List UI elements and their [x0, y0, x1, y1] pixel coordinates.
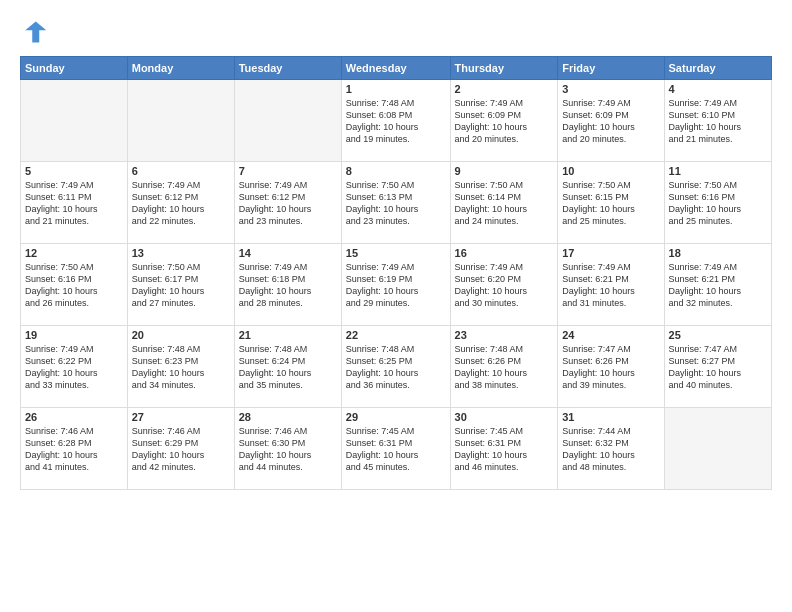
day-cell: 14Sunrise: 7:49 AMSunset: 6:18 PMDayligh… — [234, 244, 341, 326]
day-cell: 16Sunrise: 7:49 AMSunset: 6:20 PMDayligh… — [450, 244, 558, 326]
col-header-saturday: Saturday — [664, 57, 771, 80]
day-info: Sunrise: 7:48 AMSunset: 6:24 PMDaylight:… — [239, 343, 337, 392]
day-info: Sunrise: 7:49 AMSunset: 6:19 PMDaylight:… — [346, 261, 446, 310]
day-info: Sunrise: 7:46 AMSunset: 6:28 PMDaylight:… — [25, 425, 123, 474]
day-cell: 22Sunrise: 7:48 AMSunset: 6:25 PMDayligh… — [341, 326, 450, 408]
week-row-2: 12Sunrise: 7:50 AMSunset: 6:16 PMDayligh… — [21, 244, 772, 326]
day-info: Sunrise: 7:48 AMSunset: 6:08 PMDaylight:… — [346, 97, 446, 146]
day-number: 27 — [132, 411, 230, 423]
svg-marker-0 — [25, 22, 46, 43]
col-header-sunday: Sunday — [21, 57, 128, 80]
day-info: Sunrise: 7:48 AMSunset: 6:23 PMDaylight:… — [132, 343, 230, 392]
day-number: 6 — [132, 165, 230, 177]
calendar-table: SundayMondayTuesdayWednesdayThursdayFrid… — [20, 56, 772, 490]
day-cell: 18Sunrise: 7:49 AMSunset: 6:21 PMDayligh… — [664, 244, 771, 326]
day-number: 25 — [669, 329, 767, 341]
day-number: 24 — [562, 329, 659, 341]
day-info: Sunrise: 7:50 AMSunset: 6:16 PMDaylight:… — [669, 179, 767, 228]
header — [20, 18, 772, 46]
day-info: Sunrise: 7:50 AMSunset: 6:17 PMDaylight:… — [132, 261, 230, 310]
day-cell: 30Sunrise: 7:45 AMSunset: 6:31 PMDayligh… — [450, 408, 558, 490]
day-info: Sunrise: 7:49 AMSunset: 6:21 PMDaylight:… — [562, 261, 659, 310]
day-number: 3 — [562, 83, 659, 95]
day-number: 28 — [239, 411, 337, 423]
day-cell: 7Sunrise: 7:49 AMSunset: 6:12 PMDaylight… — [234, 162, 341, 244]
day-cell: 4Sunrise: 7:49 AMSunset: 6:10 PMDaylight… — [664, 80, 771, 162]
day-number: 21 — [239, 329, 337, 341]
day-number: 30 — [455, 411, 554, 423]
col-header-monday: Monday — [127, 57, 234, 80]
day-info: Sunrise: 7:50 AMSunset: 6:14 PMDaylight:… — [455, 179, 554, 228]
day-cell: 15Sunrise: 7:49 AMSunset: 6:19 PMDayligh… — [341, 244, 450, 326]
day-info: Sunrise: 7:50 AMSunset: 6:16 PMDaylight:… — [25, 261, 123, 310]
day-cell: 25Sunrise: 7:47 AMSunset: 6:27 PMDayligh… — [664, 326, 771, 408]
day-cell: 13Sunrise: 7:50 AMSunset: 6:17 PMDayligh… — [127, 244, 234, 326]
day-cell: 21Sunrise: 7:48 AMSunset: 6:24 PMDayligh… — [234, 326, 341, 408]
day-number: 12 — [25, 247, 123, 259]
day-number: 16 — [455, 247, 554, 259]
day-number: 15 — [346, 247, 446, 259]
day-info: Sunrise: 7:46 AMSunset: 6:30 PMDaylight:… — [239, 425, 337, 474]
week-row-1: 5Sunrise: 7:49 AMSunset: 6:11 PMDaylight… — [21, 162, 772, 244]
day-cell: 28Sunrise: 7:46 AMSunset: 6:30 PMDayligh… — [234, 408, 341, 490]
day-cell: 9Sunrise: 7:50 AMSunset: 6:14 PMDaylight… — [450, 162, 558, 244]
week-row-3: 19Sunrise: 7:49 AMSunset: 6:22 PMDayligh… — [21, 326, 772, 408]
day-info: Sunrise: 7:49 AMSunset: 6:18 PMDaylight:… — [239, 261, 337, 310]
day-info: Sunrise: 7:45 AMSunset: 6:31 PMDaylight:… — [346, 425, 446, 474]
day-number: 31 — [562, 411, 659, 423]
day-cell — [664, 408, 771, 490]
day-info: Sunrise: 7:49 AMSunset: 6:10 PMDaylight:… — [669, 97, 767, 146]
day-number: 13 — [132, 247, 230, 259]
day-info: Sunrise: 7:49 AMSunset: 6:22 PMDaylight:… — [25, 343, 123, 392]
day-info: Sunrise: 7:50 AMSunset: 6:13 PMDaylight:… — [346, 179, 446, 228]
day-info: Sunrise: 7:47 AMSunset: 6:27 PMDaylight:… — [669, 343, 767, 392]
day-cell: 12Sunrise: 7:50 AMSunset: 6:16 PMDayligh… — [21, 244, 128, 326]
day-info: Sunrise: 7:49 AMSunset: 6:11 PMDaylight:… — [25, 179, 123, 228]
header-row: SundayMondayTuesdayWednesdayThursdayFrid… — [21, 57, 772, 80]
day-info: Sunrise: 7:48 AMSunset: 6:26 PMDaylight:… — [455, 343, 554, 392]
day-info: Sunrise: 7:49 AMSunset: 6:12 PMDaylight:… — [239, 179, 337, 228]
day-number: 18 — [669, 247, 767, 259]
day-number: 20 — [132, 329, 230, 341]
day-info: Sunrise: 7:49 AMSunset: 6:21 PMDaylight:… — [669, 261, 767, 310]
day-cell: 17Sunrise: 7:49 AMSunset: 6:21 PMDayligh… — [558, 244, 664, 326]
day-info: Sunrise: 7:49 AMSunset: 6:20 PMDaylight:… — [455, 261, 554, 310]
logo — [20, 18, 52, 46]
day-cell — [127, 80, 234, 162]
day-cell: 10Sunrise: 7:50 AMSunset: 6:15 PMDayligh… — [558, 162, 664, 244]
day-cell: 20Sunrise: 7:48 AMSunset: 6:23 PMDayligh… — [127, 326, 234, 408]
day-cell: 1Sunrise: 7:48 AMSunset: 6:08 PMDaylight… — [341, 80, 450, 162]
day-info: Sunrise: 7:49 AMSunset: 6:09 PMDaylight:… — [562, 97, 659, 146]
day-number: 19 — [25, 329, 123, 341]
day-cell: 5Sunrise: 7:49 AMSunset: 6:11 PMDaylight… — [21, 162, 128, 244]
day-number: 29 — [346, 411, 446, 423]
day-info: Sunrise: 7:44 AMSunset: 6:32 PMDaylight:… — [562, 425, 659, 474]
day-number: 1 — [346, 83, 446, 95]
day-number: 2 — [455, 83, 554, 95]
day-cell: 3Sunrise: 7:49 AMSunset: 6:09 PMDaylight… — [558, 80, 664, 162]
day-cell: 24Sunrise: 7:47 AMSunset: 6:26 PMDayligh… — [558, 326, 664, 408]
day-info: Sunrise: 7:45 AMSunset: 6:31 PMDaylight:… — [455, 425, 554, 474]
day-cell: 2Sunrise: 7:49 AMSunset: 6:09 PMDaylight… — [450, 80, 558, 162]
day-info: Sunrise: 7:48 AMSunset: 6:25 PMDaylight:… — [346, 343, 446, 392]
day-number: 9 — [455, 165, 554, 177]
day-cell: 6Sunrise: 7:49 AMSunset: 6:12 PMDaylight… — [127, 162, 234, 244]
day-cell: 19Sunrise: 7:49 AMSunset: 6:22 PMDayligh… — [21, 326, 128, 408]
day-cell — [234, 80, 341, 162]
day-cell — [21, 80, 128, 162]
day-cell: 27Sunrise: 7:46 AMSunset: 6:29 PMDayligh… — [127, 408, 234, 490]
week-row-4: 26Sunrise: 7:46 AMSunset: 6:28 PMDayligh… — [21, 408, 772, 490]
col-header-tuesday: Tuesday — [234, 57, 341, 80]
day-number: 23 — [455, 329, 554, 341]
day-cell: 8Sunrise: 7:50 AMSunset: 6:13 PMDaylight… — [341, 162, 450, 244]
logo-icon — [20, 18, 48, 46]
day-number: 22 — [346, 329, 446, 341]
day-info: Sunrise: 7:49 AMSunset: 6:09 PMDaylight:… — [455, 97, 554, 146]
day-number: 26 — [25, 411, 123, 423]
week-row-0: 1Sunrise: 7:48 AMSunset: 6:08 PMDaylight… — [21, 80, 772, 162]
day-number: 11 — [669, 165, 767, 177]
day-cell: 29Sunrise: 7:45 AMSunset: 6:31 PMDayligh… — [341, 408, 450, 490]
day-number: 7 — [239, 165, 337, 177]
day-number: 4 — [669, 83, 767, 95]
col-header-wednesday: Wednesday — [341, 57, 450, 80]
